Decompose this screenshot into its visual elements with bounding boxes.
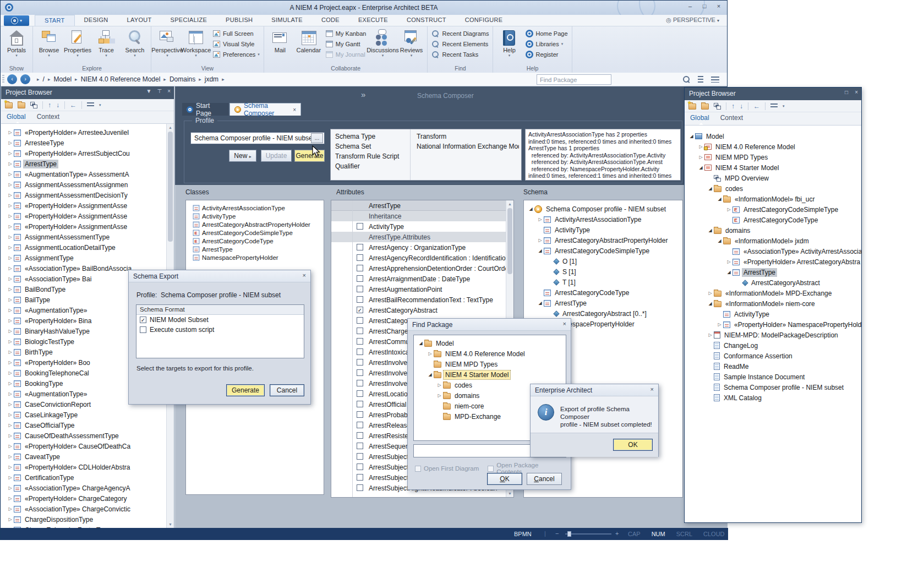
attribute-row[interactable]: ArrestBailRecommendationText : TextType (331, 295, 506, 305)
checkbox-icon[interactable] (357, 317, 363, 324)
options-menu-icon[interactable] (87, 102, 94, 107)
tree-item[interactable]: ArrestCategoryCodeType (524, 287, 682, 298)
back-button[interactable]: ‹ (7, 74, 17, 84)
breadcrumb-item[interactable]: jxdm (205, 75, 218, 83)
perspective-button[interactable]: Perspective▾ (153, 28, 182, 64)
tree-item[interactable]: ▷«PropertyHolder» ArresteeJuvenileI (1, 127, 166, 138)
breadcrumb-item[interactable]: Domains (170, 75, 195, 83)
expand-arrow-icon[interactable]: ▷ (427, 351, 434, 356)
list-item[interactable]: ActivityArrestAssociationType (186, 204, 324, 212)
tree-item[interactable]: ◢Model (685, 131, 861, 141)
recent-elements-button[interactable]: Recent Elements (431, 40, 489, 48)
expand-arrow-icon[interactable]: ◢ (707, 228, 714, 233)
my-kanban-button[interactable]: My Kanban (325, 29, 367, 38)
tab-schema-composer[interactable]: ★ Schema Composer × (229, 103, 301, 116)
tree-item[interactable]: Schema Composer profile - NIEM subset (685, 382, 861, 392)
register-button[interactable]: Register (526, 50, 567, 59)
navigate-left-icon[interactable]: ← (70, 101, 76, 109)
tree-item[interactable]: ▷«PropertyHolder» AssignmentAsse (1, 200, 166, 211)
expand-arrow-icon[interactable]: ▷ (436, 393, 443, 398)
tab-global[interactable]: Global (690, 114, 709, 123)
ribbon-tab-simulate[interactable]: SIMULATE (262, 15, 312, 26)
app-menu-button[interactable]: ▾ (4, 15, 29, 26)
perspective-selector[interactable]: ◎ PERSPECTIVE ▾ (666, 17, 719, 24)
tree-item[interactable]: ▷NIEM-MPD: ModelPackageDescription (685, 330, 861, 340)
expand-arrow-icon[interactable]: ▷ (7, 276, 14, 281)
find-package-cancel-button[interactable]: Cancel (527, 473, 562, 485)
tree-item[interactable]: ▷ChargeDispositionType (1, 514, 166, 525)
checkbox-icon[interactable] (357, 411, 363, 418)
checkbox-icon[interactable] (357, 223, 363, 230)
expand-arrow-icon[interactable]: ▷ (7, 193, 14, 198)
tree-item[interactable]: Conformance Assertion (685, 351, 861, 361)
checkbox-icon[interactable] (357, 432, 363, 439)
new-diagram-icon[interactable] (714, 103, 721, 110)
tree-item[interactable]: ActivityType (685, 309, 861, 319)
find-package-input[interactable]: Find Package (537, 74, 611, 85)
list-item[interactable]: ArrestCategoryCodeType (186, 237, 324, 245)
update-button[interactable]: Update (261, 150, 292, 162)
chevron-down-icon[interactable]: ▼ (146, 88, 152, 94)
expand-arrow-icon[interactable]: ▷ (7, 235, 14, 239)
tree-item[interactable]: ▷ArrestCategoryCodeSimpleType (685, 204, 861, 215)
scroll-thumb[interactable] (507, 208, 512, 274)
tree-item[interactable]: XML Catalog (685, 392, 861, 403)
tree-item[interactable]: ▷«PropertyHolder» AssignmentAsse (1, 211, 166, 221)
my-journal-button[interactable]: My Journal (325, 50, 367, 59)
checkbox-icon[interactable] (357, 254, 363, 261)
tree-item[interactable]: ◢ArrestType (524, 298, 682, 308)
move-down-icon[interactable]: ↓ (740, 102, 743, 110)
tree-item[interactable]: ▷CauseOfDeathAssessmentType (1, 430, 166, 441)
ribbon-tab-layout[interactable]: LAYOUT (118, 15, 161, 26)
checkbox-icon[interactable] (357, 453, 363, 460)
reviews-button[interactable]: Reviews▾ (397, 28, 425, 64)
expand-arrow-icon[interactable]: ▷ (7, 151, 14, 156)
list-item[interactable]: ArrestType (186, 245, 324, 253)
open-first-diagram-checkbox[interactable]: Open First Diagram (415, 462, 488, 475)
workspace-button[interactable]: Workspace▾ (182, 28, 210, 64)
tree-item[interactable]: ▷ArrestCategoryAbstractPropertyHolder (524, 235, 682, 246)
tree-item[interactable]: ▷CaveatType (1, 451, 166, 462)
recent-diagrams-button[interactable]: Recent Diagrams (431, 29, 489, 38)
tree-item[interactable]: ▷CaseOfficialType (1, 420, 166, 430)
tree-item[interactable]: ◢NIEM 4 Starter Model (685, 162, 861, 173)
scroll-thumb[interactable] (168, 132, 173, 242)
zoom-out-button[interactable]: − (555, 530, 559, 537)
tree-item[interactable]: MPD Overview (685, 173, 861, 183)
expand-arrow-icon[interactable]: ▷ (7, 506, 14, 511)
checkbox-icon[interactable] (357, 244, 363, 250)
tree-item[interactable]: ▷«PropertyHolder» NamespacePropertyHold (685, 319, 861, 330)
tree-item[interactable]: ▷AssignmentAssessmentAssignmen (1, 179, 166, 190)
tree-item[interactable]: S [1] (524, 266, 682, 277)
zoom-slider-thumb[interactable] (567, 531, 571, 537)
attribute-row[interactable]: ArrestAgencyRecordIdentification : Ident… (331, 253, 506, 263)
tree-item[interactable]: ◢«InformationModel» fbi_ucr (685, 194, 861, 204)
ribbon-tab-execute[interactable]: EXECUTE (349, 15, 397, 26)
drag-handle[interactable] (2, 75, 4, 84)
expand-arrow-icon[interactable]: ▷ (7, 465, 14, 470)
recent-tasks-button[interactable]: Recent Tasks (431, 50, 489, 59)
tree-item[interactable]: ActivityType (524, 225, 682, 235)
checkbox-icon[interactable] (357, 265, 363, 271)
ribbon-tab-design[interactable]: DESIGN (75, 15, 118, 26)
maximize-button[interactable]: □ (699, 3, 709, 9)
expand-arrow-icon[interactable]: ▷ (7, 329, 14, 334)
new-package-icon[interactable] (701, 103, 709, 110)
search-button[interactable]: Search▾ (121, 28, 149, 64)
ribbon-tab-specialize[interactable]: SPECIALIZE (161, 15, 217, 26)
discussions-button[interactable]: Discussions▾ (368, 28, 397, 64)
expand-arrow-icon[interactable]: ▷ (7, 339, 14, 344)
tree-item[interactable]: ◢ArrestCategoryCodeSimpleType (524, 246, 682, 256)
expand-arrow-icon[interactable]: ▷ (7, 245, 14, 250)
trace-button[interactable]: Trace▾ (92, 28, 121, 64)
tree-item[interactable]: ▷«PropertyHolder» ChargeCategory (1, 493, 166, 504)
close-icon[interactable]: × (563, 320, 566, 327)
navigate-left-icon[interactable]: ← (753, 102, 760, 110)
options-menu-icon[interactable] (770, 103, 778, 108)
expand-arrow-icon[interactable]: ▷ (7, 391, 14, 396)
new-button[interactable]: New ▸ (229, 150, 256, 162)
expand-arrow-icon[interactable]: ▷ (7, 161, 14, 166)
expand-arrow-icon[interactable]: ▷ (7, 517, 14, 522)
libraries-button[interactable]: Libraries▾ (526, 40, 567, 48)
expand-arrow-icon[interactable]: ▷ (537, 238, 544, 243)
